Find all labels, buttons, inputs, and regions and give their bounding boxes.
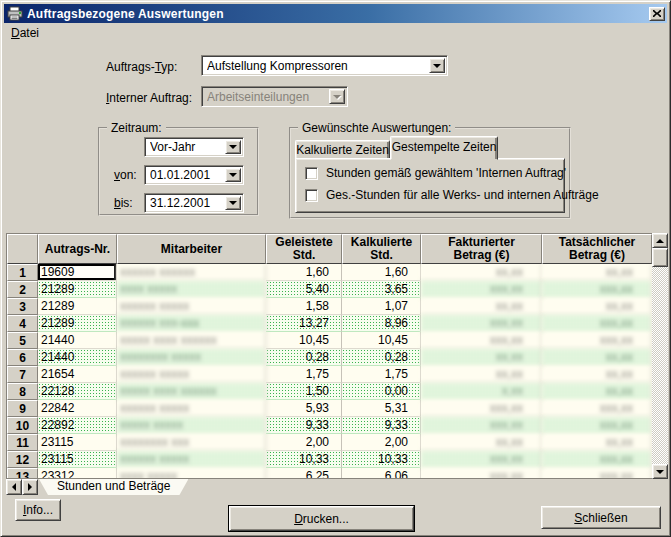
cell-geleistete-std[interactable]: 1,50 xyxy=(266,383,342,400)
cell-geleistete-std[interactable]: 10,33 xyxy=(266,451,342,468)
zeitraum-period-dropdown-button[interactable] xyxy=(225,140,241,154)
cell-tatsaechlicher-betrag-redacted[interactable]: xxx,xx xyxy=(542,315,652,332)
cell-tatsaechlicher-betrag-redacted[interactable]: xx,xx xyxy=(542,383,652,400)
cell-auftrags-nr[interactable]: 23115 xyxy=(38,434,117,451)
cell-mitarbeiter-redacted[interactable]: xxxxxx xxxxxx xyxy=(117,264,266,281)
cell-auftrags-nr[interactable]: 21289 xyxy=(38,281,117,298)
cell-auftrags-nr[interactable]: 21440 xyxy=(38,349,117,366)
von-date-combobox[interactable]: 01.01.2001 xyxy=(144,165,244,185)
cell-tatsaechlicher-betrag-redacted[interactable]: xxx,xx xyxy=(542,332,652,349)
cell-mitarbeiter-redacted[interactable]: xxxxx xxxxx xyxy=(117,417,266,434)
cell-auftrags-nr[interactable]: 22128 xyxy=(38,383,117,400)
von-dropdown-button[interactable] xyxy=(225,168,241,182)
cell-geleistete-std[interactable]: 9,33 xyxy=(266,417,342,434)
cell-fakturierter-betrag-redacted[interactable]: xxx,xx xyxy=(421,281,542,298)
cell-tatsaechlicher-betrag-redacted[interactable]: xxx,xx xyxy=(542,281,652,298)
ges-stunden-checkbox[interactable] xyxy=(305,189,318,202)
cell-geleistete-std[interactable]: 13,27 xyxy=(266,315,342,332)
close-button[interactable] xyxy=(649,7,665,21)
cell-kalkulierte-std[interactable]: 10,45 xyxy=(342,332,421,349)
cell-mitarbeiter-redacted[interactable]: xxxx xxxxx xyxy=(117,468,266,478)
cell-kalkulierte-std[interactable]: 0,00 xyxy=(342,383,421,400)
cell-fakturierter-betrag-redacted[interactable]: xxx,xx xyxy=(421,417,542,434)
cell-geleistete-std[interactable]: 2,00 xyxy=(266,434,342,451)
sheet-scroll-right-button[interactable] xyxy=(22,479,38,495)
cell-fakturierter-betrag-redacted[interactable]: x,xx xyxy=(421,383,542,400)
cell-geleistete-std[interactable]: 1,75 xyxy=(266,366,342,383)
auftrags-typ-combobox[interactable]: Aufstellung Kompressoren xyxy=(201,55,448,76)
row-number[interactable]: 5 xyxy=(7,332,38,349)
row-number[interactable]: 6 xyxy=(7,349,38,366)
cell-geleistete-std[interactable]: 5,40 xyxy=(266,281,342,298)
row-number[interactable]: 8 xyxy=(7,383,38,400)
cell-mitarbeiter-redacted[interactable]: xxxxxx xxxxx xyxy=(117,400,266,417)
cell-auftrags-nr[interactable]: 19609 xyxy=(38,264,117,281)
cell-fakturierter-betrag-redacted[interactable]: xx,xx xyxy=(421,264,542,281)
cell-tatsaechlicher-betrag-redacted[interactable]: xx,xx xyxy=(542,434,652,451)
row-number[interactable]: 7 xyxy=(7,366,38,383)
cell-fakturierter-betrag-redacted[interactable]: xx,xx xyxy=(421,349,542,366)
cell-auftrags-nr[interactable]: 23115 xyxy=(38,451,117,468)
cell-auftrags-nr[interactable]: 22892 xyxy=(38,417,117,434)
cell-mitarbeiter-redacted[interactable]: xxxx xxxxx xyxy=(117,281,266,298)
cell-geleistete-std[interactable]: 0,28 xyxy=(266,349,342,366)
scrollbar-thumb[interactable] xyxy=(652,248,668,267)
row-number[interactable]: 3 xyxy=(7,298,38,315)
cell-fakturierter-betrag-redacted[interactable]: xxx,xx xyxy=(421,451,542,468)
bis-dropdown-button[interactable] xyxy=(225,196,241,210)
cell-mitarbeiter-redacted[interactable]: xxxxx xxxx xxxxxx xyxy=(117,332,266,349)
cell-kalkulierte-std[interactable]: 2,00 xyxy=(342,434,421,451)
cell-auftrags-nr[interactable]: 21289 xyxy=(38,315,117,332)
cell-auftrags-nr[interactable]: 21440 xyxy=(38,332,117,349)
cell-kalkulierte-std[interactable]: 1,60 xyxy=(342,264,421,281)
cell-tatsaechlicher-betrag-redacted[interactable]: xx,xx xyxy=(542,349,652,366)
cell-kalkulierte-std[interactable]: 3,65 xyxy=(342,281,421,298)
cell-tatsaechlicher-betrag-redacted[interactable]: xxx,xx xyxy=(542,400,652,417)
cell-auftrags-nr[interactable]: 21654 xyxy=(38,366,117,383)
stunden-gemaess-checkbox[interactable] xyxy=(305,167,318,180)
cell-kalkulierte-std[interactable]: 9,33 xyxy=(342,417,421,434)
bis-date-combobox[interactable]: 31.12.2001 xyxy=(144,193,244,213)
cell-kalkulierte-std[interactable]: 5,31 xyxy=(342,400,421,417)
cell-kalkulierte-std[interactable]: 8,96 xyxy=(342,315,421,332)
cell-geleistete-std[interactable]: 6,25 xyxy=(266,468,342,478)
zeitraum-period-combobox[interactable]: Vor-Jahr xyxy=(144,137,244,157)
cell-mitarbeiter-redacted[interactable]: xxxxxx xxx-xxx xyxy=(117,315,266,332)
row-number[interactable]: 1 xyxy=(7,264,38,281)
cell-tatsaechlicher-betrag-redacted[interactable]: xx,xx xyxy=(542,264,652,281)
vertical-scrollbar[interactable] xyxy=(652,233,668,479)
cell-geleistete-std[interactable]: 1,60 xyxy=(266,264,342,281)
cell-mitarbeiter-redacted[interactable]: xxxxxx xxxxx xyxy=(117,451,266,468)
info-button[interactable]: Info... xyxy=(15,499,61,521)
cell-fakturierter-betrag-redacted[interactable]: xxx,xx xyxy=(421,315,542,332)
cell-auftrags-nr[interactable]: 21289 xyxy=(38,298,117,315)
cell-fakturierter-betrag-redacted[interactable]: xxx,xx xyxy=(421,332,542,349)
cell-tatsaechlicher-betrag-redacted[interactable]: xxx,xx xyxy=(542,451,652,468)
row-number[interactable]: 13 xyxy=(7,468,38,478)
drucken-button[interactable]: Drucken... xyxy=(229,506,414,531)
scroll-down-button[interactable] xyxy=(652,464,668,479)
schliessen-button[interactable]: Schließen xyxy=(541,506,661,529)
sheet-tab-stunden-und-betraege[interactable]: Stunden und Beträge xyxy=(39,479,188,495)
cell-kalkulierte-std[interactable]: 10,33 xyxy=(342,451,421,468)
row-number[interactable]: 9 xyxy=(7,400,38,417)
menu-datei[interactable]: Datei xyxy=(5,25,45,41)
row-number[interactable]: 11 xyxy=(7,434,38,451)
cell-kalkulierte-std[interactable]: 1,07 xyxy=(342,298,421,315)
row-number[interactable]: 2 xyxy=(7,281,38,298)
row-number[interactable]: 12 xyxy=(7,451,38,468)
cell-auftrags-nr[interactable]: 23312 xyxy=(38,468,117,478)
cell-tatsaechlicher-betrag-redacted[interactable]: xxx,xx xyxy=(542,468,652,478)
cell-tatsaechlicher-betrag-redacted[interactable]: xxx,xx xyxy=(542,417,652,434)
cell-mitarbeiter-redacted[interactable]: xxxxxx xxxxx xyxy=(117,298,266,315)
cell-mitarbeiter-redacted[interactable]: xxxxxx xxxxx xyxy=(117,366,266,383)
row-number[interactable]: 10 xyxy=(7,417,38,434)
cell-tatsaechlicher-betrag-redacted[interactable]: xx,xx xyxy=(542,366,652,383)
cell-fakturierter-betrag-redacted[interactable]: xx,xx xyxy=(421,298,542,315)
cell-mitarbeiter-redacted[interactable]: xxxxxxxx xxx xyxy=(117,434,266,451)
cell-fakturierter-betrag-redacted[interactable]: xx,xx xyxy=(421,434,542,451)
cell-geleistete-std[interactable]: 1,58 xyxy=(266,298,342,315)
cell-auftrags-nr[interactable]: 22842 xyxy=(38,400,117,417)
tab-gestempelte-zeiten[interactable]: Gestempelte Zeiten xyxy=(390,136,498,160)
cell-kalkulierte-std[interactable]: 0,28 xyxy=(342,349,421,366)
